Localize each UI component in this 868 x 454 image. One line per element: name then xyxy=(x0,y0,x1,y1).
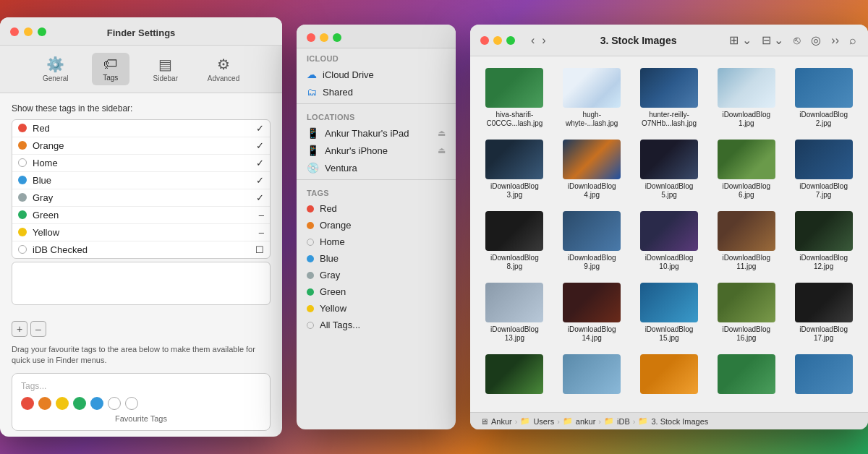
view-mode-button[interactable]: ⊞ ⌄ xyxy=(728,32,752,48)
ventura-item[interactable]: 💿 Ventura xyxy=(297,159,456,176)
view-options-button[interactable]: ⊟ ⌄ xyxy=(760,32,785,48)
file-thumbnail xyxy=(795,283,853,322)
iphone-eject-button[interactable]: ⏏ xyxy=(438,145,446,155)
file-item[interactable]: iDownloadBlog 1.jpg xyxy=(710,65,782,131)
tag-list-item[interactable]: Green– xyxy=(12,207,270,224)
sidebar-tag-yellow[interactable]: Yellow xyxy=(297,300,456,317)
file-item[interactable]: iDownloadBlog 6.jpg xyxy=(710,137,782,202)
tag-button[interactable]: ◎ xyxy=(809,32,822,48)
icloud-drive-item[interactable]: ☁ iCloud Drive xyxy=(297,66,456,83)
maximize-button[interactable] xyxy=(38,27,46,36)
toolbar-sidebar[interactable]: ▤ Sidebar xyxy=(147,53,184,85)
settings-footer: + – Drag your favourite tags to the area… xyxy=(0,315,282,437)
file-item[interactable]: iDownloadBlog 10.jpg xyxy=(634,208,705,274)
breadcrumb-item[interactable]: ankur xyxy=(576,417,596,426)
file-item[interactable]: iDownloadBlog 4.jpg xyxy=(556,137,628,202)
file-item[interactable]: iDownloadBlog 9.jpg xyxy=(556,208,628,274)
main-maximize-button[interactable] xyxy=(506,36,515,45)
file-item[interactable]: iDownloadBlog 3.jpg xyxy=(479,137,550,202)
file-item[interactable]: iDownloadBlog 16.jpg xyxy=(710,280,782,346)
tag-list-item[interactable]: iDB Checked☐ xyxy=(12,241,270,258)
divider-2 xyxy=(297,179,456,180)
file-thumbnail xyxy=(718,68,775,108)
tag-yellow-label: Yellow xyxy=(320,303,346,314)
forward-button[interactable]: › xyxy=(539,33,548,48)
file-item[interactable]: hunter-reilly-O7NHb...lash.jpg xyxy=(634,65,705,131)
file-item[interactable] xyxy=(634,351,705,400)
share-button[interactable]: ⎋ xyxy=(792,33,802,48)
toolbar-general[interactable]: ⚙️ General xyxy=(37,53,75,85)
main-minimize-button[interactable] xyxy=(493,36,502,45)
breadcrumb-item[interactable]: Ankur xyxy=(491,417,512,426)
file-item[interactable]: iDownloadBlog 2.jpg xyxy=(788,65,859,131)
add-tag-button[interactable]: + xyxy=(12,321,27,337)
file-item[interactable]: iDownloadBlog 14.jpg xyxy=(556,280,628,346)
tag-blue-label: Blue xyxy=(320,253,339,264)
sidebar-tag-green[interactable]: Green xyxy=(297,283,456,300)
file-item[interactable]: iDownloadBlog 13.jpg xyxy=(479,280,550,346)
ipad-label: Ankur Thakur's iPad xyxy=(325,128,409,139)
file-item[interactable]: iDownloadBlog 5.jpg xyxy=(634,137,705,202)
sidebar-all-tags[interactable]: All Tags... xyxy=(297,317,456,333)
minimize-button[interactable] xyxy=(24,27,33,36)
file-item[interactable]: hugh-whyte-...lash.jpg xyxy=(556,65,628,131)
tag-check: ✓ xyxy=(256,140,264,151)
search-button[interactable]: ⌕ xyxy=(848,33,858,48)
sidebar-minimize-button[interactable] xyxy=(320,33,328,42)
breadcrumb-item[interactable]: 3. Stock Images xyxy=(651,417,708,426)
file-name: iDownloadBlog 16.jpg xyxy=(714,325,779,343)
sidebar-tag-red[interactable]: Red xyxy=(297,200,456,217)
file-thumbnail xyxy=(795,68,853,108)
close-button[interactable] xyxy=(10,27,19,36)
file-item[interactable] xyxy=(479,351,550,400)
file-item[interactable]: iDownloadBlog 8.jpg xyxy=(479,208,550,274)
tag-list-item[interactable]: Orange✓ xyxy=(12,137,270,155)
empty-tag-area xyxy=(12,262,271,305)
file-item[interactable]: iDownloadBlog 12.jpg xyxy=(788,208,859,274)
back-button[interactable]: ‹ xyxy=(528,33,537,48)
file-item[interactable]: iDownloadBlog 17.jpg xyxy=(788,280,859,346)
toolbar-tags[interactable]: 🏷 Tags xyxy=(92,53,129,85)
tag-name: iDB Checked xyxy=(33,244,255,255)
main-close-button[interactable] xyxy=(480,36,489,45)
tags-icon: 🏷 xyxy=(103,56,118,72)
file-name: iDownloadBlog 11.jpg xyxy=(714,254,779,271)
tag-list: Red✓Orange✓Home✓Blue✓Gray✓Green–Yellow–i… xyxy=(12,119,271,259)
file-item[interactable] xyxy=(556,351,628,400)
ipad-device-item[interactable]: 📱 Ankur Thakur's iPad ⏏ xyxy=(297,124,456,142)
more-button[interactable]: ›› xyxy=(830,33,841,48)
tag-list-item[interactable]: Yellow– xyxy=(12,224,270,241)
file-thumbnail xyxy=(640,140,698,179)
tags-label: Tags xyxy=(103,74,118,82)
sidebar-tag-gray[interactable]: Gray xyxy=(297,267,456,283)
sidebar-tag-orange[interactable]: Orange xyxy=(297,217,456,234)
file-item[interactable]: hiva-sharifi-C0CCG...lash.jpg xyxy=(479,65,550,131)
breadcrumb-separator: › xyxy=(598,417,601,426)
sidebar-tag-blue[interactable]: Blue xyxy=(297,250,456,267)
toolbar-advanced[interactable]: ⚙ Advanced xyxy=(202,53,245,85)
iphone-device-item[interactable]: 📱 Ankur's iPhone ⏏ xyxy=(297,142,456,159)
remove-tag-button[interactable]: – xyxy=(30,321,46,337)
file-item[interactable] xyxy=(710,351,782,400)
ipad-eject-button[interactable]: ⏏ xyxy=(438,128,446,138)
tag-color-dot xyxy=(18,124,27,132)
breadcrumb-item[interactable]: iDB xyxy=(617,417,630,426)
tag-list-item[interactable]: Blue✓ xyxy=(12,172,270,189)
tag-color-dot xyxy=(18,210,27,219)
file-item[interactable] xyxy=(788,351,859,400)
breadcrumb-item[interactable]: Users xyxy=(533,417,554,426)
shared-item[interactable]: 🗂 Shared xyxy=(297,83,456,100)
file-item[interactable]: iDownloadBlog 11.jpg xyxy=(710,208,782,274)
ipad-icon: 📱 xyxy=(307,127,319,139)
sidebar-maximize-button[interactable] xyxy=(333,33,341,42)
tag-list-item[interactable]: Home✓ xyxy=(12,155,270,172)
file-item[interactable]: iDownloadBlog 7.jpg xyxy=(788,137,859,202)
fav-dot xyxy=(73,397,86,410)
sidebar-close-button[interactable] xyxy=(307,33,315,42)
sidebar-tag-home[interactable]: Home xyxy=(297,234,456,250)
tag-list-item[interactable]: Red✓ xyxy=(12,120,270,137)
file-thumbnail xyxy=(485,354,543,394)
tag-color-dot xyxy=(18,158,27,167)
file-item[interactable]: iDownloadBlog 15.jpg xyxy=(634,280,705,346)
tag-list-item[interactable]: Gray✓ xyxy=(12,189,270,207)
